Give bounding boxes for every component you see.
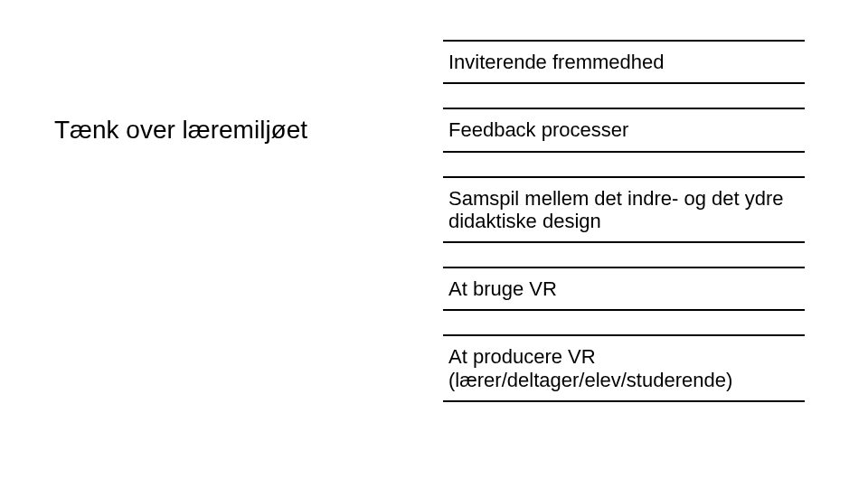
list-item: Samspil mellem det indre- og det ydre di… (443, 176, 805, 244)
list-item: At bruge VR (443, 267, 805, 311)
slide-heading: Tænk over læremiljøet (54, 116, 398, 145)
slide: Tænk over læremiljøet Inviterende fremme… (0, 0, 868, 488)
list-item: Inviterende fremmedhed (443, 40, 805, 84)
bullet-list: Inviterende fremmedhed Feedback processe… (443, 40, 805, 402)
list-item: At producere VR (lærer/deltager/elev/stu… (443, 334, 805, 402)
list-item: Feedback processer (443, 108, 805, 152)
